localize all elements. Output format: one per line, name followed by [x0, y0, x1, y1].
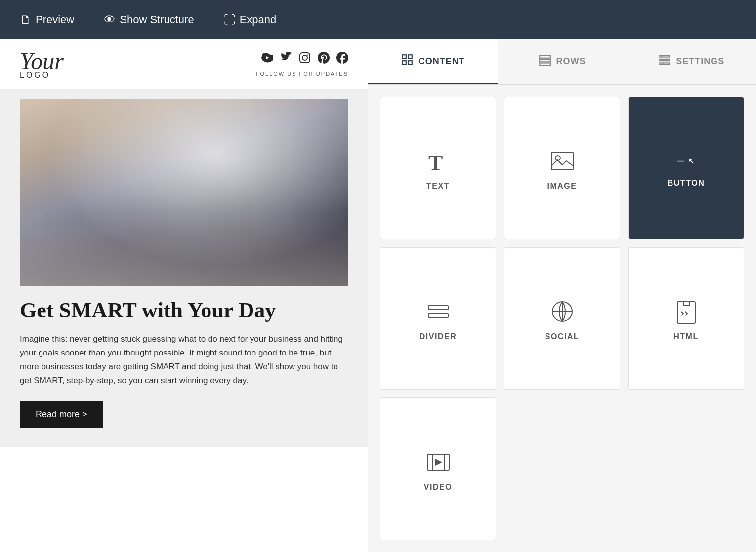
tab-rows[interactable]: ROWS	[498, 39, 627, 84]
tab-content[interactable]: CONTENT	[368, 39, 498, 84]
text-icon: T	[425, 148, 451, 174]
tab-rows-label: ROWS	[556, 56, 586, 67]
rows-icon	[539, 53, 551, 69]
content-item-html[interactable]: HTML	[628, 247, 744, 390]
svg-point-1	[302, 55, 307, 60]
svg-rect-10	[660, 55, 670, 57]
preview-panel: Your LOGO	[0, 39, 368, 552]
svg-rect-7	[540, 55, 550, 58]
tab-content-label: CONTENT	[419, 56, 465, 67]
svg-point-2	[307, 55, 308, 56]
video-label: VIDEO	[424, 483, 452, 492]
settings-icon	[658, 53, 671, 69]
sidebar: CONTENT ROWS SETTINGS	[368, 39, 756, 552]
svg-rect-5	[402, 61, 406, 65]
preview-button[interactable]: 🗋 Preview	[15, 10, 79, 30]
content-item-button[interactable]: — ↖ BUTTON	[628, 97, 744, 239]
sidebar-tabs: CONTENT ROWS SETTINGS	[368, 39, 756, 85]
content-item-video[interactable]: VIDEO	[380, 397, 496, 540]
email-header: Your LOGO	[0, 39, 368, 89]
text-label: TEXT	[426, 182, 450, 191]
svg-text:T: T	[428, 151, 443, 174]
svg-rect-0	[300, 53, 310, 63]
divider-label: DIVIDER	[420, 332, 457, 341]
pinterest-icon[interactable]	[318, 52, 330, 67]
social-icons-row	[256, 52, 348, 67]
content-item-image[interactable]: IMAGE	[504, 97, 620, 239]
divider-icon	[425, 299, 451, 324]
svg-rect-4	[408, 55, 412, 59]
svg-rect-3	[402, 55, 406, 59]
svg-rect-11	[660, 59, 670, 61]
svg-rect-9	[540, 63, 550, 66]
logo-area: Your LOGO	[20, 49, 64, 79]
svg-rect-12	[660, 63, 670, 65]
toolbar: 🗋 Preview 👁 Show Structure ⛶ Expand	[0, 0, 756, 39]
tab-settings[interactable]: SETTINGS	[627, 39, 756, 84]
expand-label: Expand	[240, 13, 277, 26]
button-icon: — ↖	[664, 152, 709, 171]
content-item-text[interactable]: T TEXT	[380, 97, 496, 239]
content-item-divider[interactable]: DIVIDER	[380, 247, 496, 390]
article-image	[20, 99, 348, 286]
video-icon	[425, 449, 451, 475]
document-icon: 🗋	[20, 13, 32, 27]
logo-text: Your LOGO	[20, 48, 64, 79]
article-heading: Get SMART with Your Day	[20, 298, 348, 323]
tab-settings-label: SETTINGS	[676, 56, 724, 67]
preview-label: Preview	[36, 13, 74, 26]
email-content: Get SMART with Your Day Imagine this: ne…	[0, 89, 368, 447]
social-label: SOCIAL	[545, 332, 579, 341]
main-area: Your LOGO	[0, 39, 756, 552]
instagram-icon[interactable]	[299, 52, 311, 67]
youtube-icon[interactable]	[261, 52, 273, 67]
button-label: BUTTON	[668, 179, 705, 188]
expand-icon: ⛶	[224, 13, 236, 27]
social-icon	[549, 299, 575, 324]
follow-text: FOLLOW US FOR UPDATES	[256, 71, 348, 77]
show-structure-label: Show Structure	[120, 13, 194, 26]
content-item-social[interactable]: SOCIAL	[504, 247, 620, 390]
article-body: Imagine this: never getting stuck guessi…	[20, 332, 348, 388]
svg-rect-19	[428, 306, 448, 310]
svg-rect-20	[428, 314, 448, 317]
grid-icon	[401, 53, 414, 69]
social-area: FOLLOW US FOR UPDATES	[256, 52, 348, 77]
facebook-icon[interactable]	[336, 52, 348, 67]
image-label: IMAGE	[547, 182, 577, 191]
expand-button[interactable]: ⛶ Expand	[219, 10, 282, 30]
read-more-button[interactable]: Read more >	[20, 401, 103, 428]
svg-rect-8	[540, 59, 550, 62]
svg-rect-6	[408, 61, 412, 65]
svg-marker-28	[435, 459, 442, 466]
svg-point-18	[555, 156, 560, 160]
html-icon	[673, 299, 699, 324]
twitter-icon[interactable]	[280, 52, 292, 67]
svg-rect-17	[551, 152, 573, 170]
html-label: HTML	[673, 332, 698, 341]
eye-icon: 👁	[104, 13, 116, 27]
show-structure-button[interactable]: 👁 Show Structure	[99, 10, 199, 30]
content-grid: T TEXT IMAGE	[368, 85, 756, 552]
image-icon	[549, 148, 575, 174]
